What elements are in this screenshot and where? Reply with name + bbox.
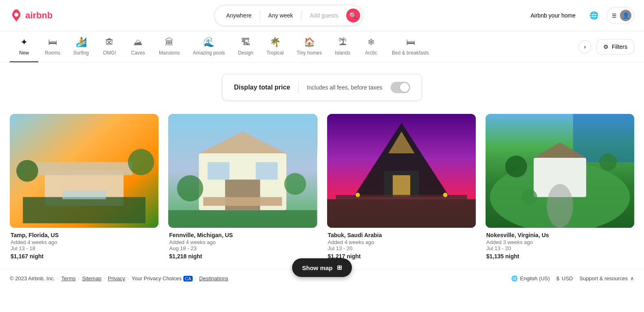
listing-added-1: Added 4 weeks ago xyxy=(11,239,158,245)
category-bed-breakfasts-label: Bed & breakfasts xyxy=(392,50,429,56)
svg-point-24 xyxy=(443,193,447,197)
footer-right: 🌐 English (US) $ USD Support & resources… xyxy=(511,275,634,281)
search-week[interactable]: Any week xyxy=(264,12,298,19)
category-new[interactable]: ✦ New xyxy=(10,31,38,62)
globe-icon: 🌐 xyxy=(589,11,598,20)
listing-price-2: $1,218 night xyxy=(169,253,316,260)
logo[interactable]: airbnb xyxy=(10,9,53,22)
search-button[interactable]: 🔍 xyxy=(346,9,360,22)
category-islands[interactable]: 🏝 Islands xyxy=(328,31,357,62)
footer-sitemap[interactable]: Sitemap xyxy=(82,275,101,281)
listing-dates-3: Jul 13 - 20 xyxy=(328,245,475,251)
footer-currency[interactable]: $ USD xyxy=(556,275,573,281)
category-tropical[interactable]: 🌴 Tropical xyxy=(260,31,290,62)
category-next-button[interactable]: › xyxy=(578,40,591,53)
footer-language-label: English (US) xyxy=(520,275,550,281)
category-nav: ✦ New 🛏 Rooms 🏄 Surfing 🏚 OMG! ⛰ Caves 🏛… xyxy=(0,31,644,63)
search-divider-2 xyxy=(301,11,301,20)
amazing-pools-icon: 🌊 xyxy=(203,37,214,48)
category-rooms[interactable]: 🛏 Rooms xyxy=(38,31,67,62)
svg-point-31 xyxy=(547,184,573,227)
show-map-button[interactable]: Show map ⊞ xyxy=(292,258,352,277)
listing-price-3: $1,217 night xyxy=(328,253,475,260)
listing-price-1: $1,167 night xyxy=(11,253,158,260)
airbnb-home-button[interactable]: Airbnb your home xyxy=(525,8,581,23)
svg-point-4 xyxy=(16,160,38,182)
filters-button[interactable]: ⚙ Filters xyxy=(596,39,634,55)
category-omg[interactable]: 🏚 OMG! xyxy=(95,31,124,62)
footer-globe-icon: 🌐 xyxy=(511,275,518,281)
listing-card-4[interactable]: Nokesville, Virginia, Us Added 3 weeks a… xyxy=(486,114,634,260)
price-divider xyxy=(298,82,299,93)
filters-label: Filters xyxy=(612,44,627,50)
listing-dates-1: Jul 13 - 18 xyxy=(11,245,158,251)
listing-card-2[interactable]: Fennville, Michigan, US Added 4 weeks ag… xyxy=(168,114,317,260)
category-design[interactable]: 🏗 Design xyxy=(231,31,260,62)
category-tiny-homes[interactable]: 🏠 Tiny homes xyxy=(290,31,328,62)
category-tropical-label: Tropical xyxy=(266,50,284,56)
listing-added-3: Added 4 weeks ago xyxy=(328,239,475,245)
category-omg-label: OMG! xyxy=(103,50,116,56)
price-toggle-switch[interactable] xyxy=(391,82,410,93)
footer-left: © 2023 Airbnb, Inc. · Terms · Sitemap · … xyxy=(10,275,229,281)
listing-location-2: Fennville, Michigan, US xyxy=(169,232,316,238)
svg-rect-22 xyxy=(336,195,467,199)
listing-location-1: Tamp, Florida, US xyxy=(11,232,158,238)
footer-destinations[interactable]: Destinations xyxy=(199,275,229,281)
category-arctic[interactable]: ❄ Arctic xyxy=(357,31,385,62)
listing-dates-2: Aug 18 - 23 xyxy=(169,245,316,251)
caves-icon: ⛰ xyxy=(134,37,143,48)
listing-added-4: Added 3 weeks ago xyxy=(486,239,633,245)
category-caves[interactable]: ⛰ Caves xyxy=(124,31,152,62)
listing-info-1: Tamp, Florida, US Added 4 weeks ago Jul … xyxy=(10,228,158,260)
footer-language[interactable]: 🌐 English (US) xyxy=(511,275,550,281)
category-rooms-label: Rooms xyxy=(45,50,60,56)
footer-terms[interactable]: Terms xyxy=(61,275,75,281)
avatar: 👤 xyxy=(620,10,631,21)
search-location[interactable]: Anywhere xyxy=(221,12,256,19)
category-tiny-homes-label: Tiny homes xyxy=(297,50,322,56)
listing-location-4: Nokesville, Virginia, Us xyxy=(486,232,633,238)
listing-image-3 xyxy=(327,114,476,228)
footer-privacy-choices[interactable]: Your Privacy Choices CA xyxy=(132,275,193,281)
svg-point-34 xyxy=(521,189,537,205)
nav-right: Airbnb your home 🌐 ☰ 👤 xyxy=(525,7,634,24)
listing-dates-4: Jul 13 - 20 xyxy=(486,245,633,251)
svg-rect-14 xyxy=(168,210,317,228)
search-divider xyxy=(260,11,260,20)
svg-point-5 xyxy=(128,149,154,175)
listing-added-2: Added 4 weeks ago xyxy=(169,239,316,245)
svg-rect-11 xyxy=(208,162,230,180)
svg-rect-12 xyxy=(256,162,278,180)
tiny-homes-icon: 🏠 xyxy=(304,37,315,48)
category-mansions-label: Mansions xyxy=(159,50,180,56)
map-icon: ⊞ xyxy=(337,264,342,271)
arctic-icon: ❄ xyxy=(367,37,375,48)
price-toggle-description: Includes all fees, before taxes xyxy=(307,84,382,91)
globe-button[interactable]: 🌐 xyxy=(586,8,602,23)
tropical-icon: 🌴 xyxy=(270,37,281,48)
footer-currency-label: USD xyxy=(562,275,573,281)
logo-text: airbnb xyxy=(25,10,53,21)
category-surfing-label: Surfing xyxy=(73,50,89,56)
svg-rect-20 xyxy=(393,175,410,197)
listing-image-2 xyxy=(168,114,317,228)
category-islands-label: Islands xyxy=(335,50,350,56)
header: airbnb Anywhere Any week Add guests 🔍 Ai… xyxy=(0,0,644,31)
user-menu-button[interactable]: ☰ 👤 xyxy=(607,7,634,24)
category-amazing-pools[interactable]: 🌊 Amazing pools xyxy=(186,31,231,62)
category-mansions[interactable]: 🏛 Mansions xyxy=(152,31,186,62)
rooms-icon: 🛏 xyxy=(48,37,57,48)
category-design-label: Design xyxy=(238,50,253,56)
footer-support[interactable]: Support & resources ∧ xyxy=(579,275,634,281)
price-toggle-label: Display total price xyxy=(234,84,290,91)
footer-privacy[interactable]: Privacy xyxy=(108,275,125,281)
search-bar[interactable]: Anywhere Any week Add guests 🔍 xyxy=(214,5,363,26)
svg-point-16 xyxy=(284,173,306,195)
category-bed-breakfasts[interactable]: 🛏 Bed & breakfasts xyxy=(385,31,435,62)
category-surfing[interactable]: 🏄 Surfing xyxy=(67,31,95,62)
search-guests[interactable]: Add guests xyxy=(305,12,343,19)
listing-card-1[interactable]: Tamp, Florida, US Added 4 weeks ago Jul … xyxy=(10,114,158,260)
listing-card-3[interactable]: Tabuk, Saudi Arabia Added 4 weeks ago Ju… xyxy=(327,114,476,260)
show-map-label: Show map xyxy=(302,264,332,271)
